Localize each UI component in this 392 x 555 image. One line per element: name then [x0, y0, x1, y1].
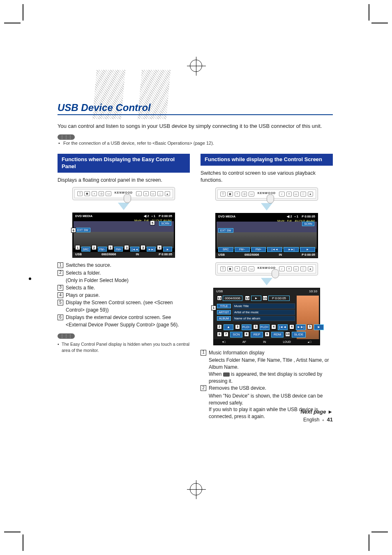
artist-value: Artist of the music — [233, 310, 295, 315]
r-item-1c: When is appeared, the text display is sc… — [209, 371, 333, 385]
album-value: Name of the album — [233, 316, 295, 321]
r-item-2a: Removes the USB device. — [209, 385, 266, 392]
usb-title: USB — [216, 289, 223, 293]
callout-2b: 3 — [108, 245, 113, 250]
music-info-block[interactable]: TITLEMusic Title ARTISTArtist of the mus… — [217, 303, 295, 321]
play-button[interactable]: ► — [314, 324, 324, 330]
scrn-button[interactable]: SCRN — [159, 221, 171, 226]
src-icon: □ — [157, 191, 163, 196]
scn-button[interactable]: SCN — [230, 332, 242, 338]
finger-touch-icon — [124, 194, 131, 203]
folder-minus-button[interactable]: FM− — [235, 247, 250, 252]
drawer-icon[interactable]: ▾□ — [222, 340, 226, 344]
usb-time: P 0:00:05 — [159, 252, 172, 257]
prev-button[interactable]: |◄◄ — [130, 247, 139, 252]
top-bar-mock-right: ▽ ◼ + ◎ ▭ KENWOOD ♪ ≡ ▭ □ ▲ — [215, 187, 318, 201]
item-2-sub: (Only in Folder Select Mode) — [66, 277, 190, 284]
dvd-control-mock: DVD MEDIA ◀ 2 ▪ 1 P 0:00:05 Mode : Full … — [215, 213, 318, 258]
callout-10: 10 — [285, 332, 290, 337]
crop-mark — [369, 4, 369, 21]
callout-3b: 3 — [141, 245, 145, 250]
rep-button[interactable]: REP — [251, 332, 263, 338]
folder-plus-button[interactable]: FM+ — [114, 247, 123, 252]
slide-button[interactable]: SLIDE — [292, 332, 306, 338]
item-3: Selects a file. — [66, 284, 95, 291]
af-indicator: AF — [242, 340, 246, 343]
folder-plus-button[interactable]: FLD+ — [260, 324, 270, 330]
video-icon: ▭ — [150, 191, 156, 196]
crop-mark — [371, 532, 388, 532]
callout-11: 11 — [217, 296, 222, 301]
down-arrow-icon — [118, 203, 129, 210]
scrn-button[interactable]: SCRN — [302, 222, 314, 226]
next-button[interactable]: ►►| — [296, 324, 306, 330]
disc-icon: ◎ — [99, 191, 104, 196]
folder-minus-button[interactable]: FLD− — [242, 324, 251, 330]
callout-2: 2 — [217, 324, 222, 329]
scroll-icon — [223, 372, 230, 377]
play-button[interactable]: ► — [300, 247, 315, 252]
crop-mark — [23, 534, 23, 551]
ext-sw-button[interactable]: EXT SW — [218, 228, 233, 233]
usb-mode: IN — [279, 253, 282, 257]
title-underline — [58, 114, 333, 115]
control-screen-lead: Switches to control screen to use variou… — [201, 170, 333, 184]
callout-4: 4 — [271, 324, 276, 329]
eject-button[interactable]: ▲ — [224, 324, 233, 330]
registration-mark-icon — [190, 483, 202, 495]
item-6: Displays the external device control scr… — [66, 314, 190, 328]
down-arrow-icon — [261, 203, 272, 210]
audio-icon: ♪ — [136, 191, 141, 196]
in-indicator: IN — [263, 340, 266, 343]
disc-icon: ◎ — [242, 192, 247, 197]
num-3: 3 — [58, 285, 63, 291]
src-button[interactable]: SRC — [218, 247, 233, 252]
num-2: 2 — [201, 385, 206, 391]
finger-touch-icon — [267, 194, 274, 204]
eq-icon: ≡ — [286, 266, 292, 271]
page-title: USB Device Control — [58, 102, 151, 113]
play-button[interactable]: ► — [163, 247, 172, 252]
eq-icon: ≡ — [143, 191, 149, 196]
next-button[interactable]: ►►| — [284, 247, 299, 252]
callout-8: 8 — [244, 332, 249, 337]
nav-icon: ▽ — [220, 266, 226, 271]
clock: 10:10 — [309, 289, 317, 293]
video-icon: ▭ — [293, 266, 299, 271]
usb-control-screen-mock: USB 10:10 11 0004/0006 12 ► 13 P 0:00:05 — [213, 288, 320, 345]
crop-mark — [369, 534, 369, 551]
intro-paragraph: You can control and listen to songs in y… — [58, 123, 333, 130]
src-button[interactable]: SRC — [81, 247, 90, 252]
item-4: Plays or pause. — [66, 292, 100, 299]
play-time: P 0:00:05 — [268, 296, 290, 301]
callout-6: 6 — [71, 228, 76, 233]
volume-icon: ◼ — [227, 266, 233, 271]
loud-indicator: LOUD — [283, 340, 291, 343]
audio-icon: ♪ — [279, 192, 284, 197]
crop-mark — [4, 23, 21, 23]
eject-icon: ▲ — [165, 191, 170, 196]
crop-mark — [371, 23, 388, 23]
prev-button[interactable]: |◄◄ — [278, 324, 288, 330]
folder-minus-button[interactable]: FM− — [98, 247, 107, 252]
play-time: P 0:00:05 — [159, 214, 172, 218]
drawer-up-icon[interactable]: ▴□ — [308, 340, 311, 344]
callout-5: 5 — [307, 324, 312, 329]
separator-dot-icon: ● — [321, 418, 325, 422]
rdm-button[interactable]: RDM — [271, 332, 284, 338]
ext-sw-button[interactable]: EXT SW — [75, 228, 90, 232]
top-bar-mock: ▽ ◼ + ◎ ▭ KENWOOD ♪ ≡ ▭ □ ▲ — [72, 187, 175, 200]
dvd-easy-control-mock: DVD MEDIA ◀ 2 ▪ 1 P 0:00:05 Mode : Full … — [72, 213, 175, 258]
easy-control-heading: Functions when Displaying the Easy Contr… — [58, 154, 190, 173]
eject-icon: ▲ — [308, 266, 313, 271]
callout-7: 7 — [224, 332, 228, 337]
folder-plus-button[interactable]: FM+ — [251, 247, 266, 252]
callout-6: 6 — [217, 332, 222, 337]
usb-label: USB — [218, 253, 225, 257]
eq-icon: ≡ — [286, 192, 292, 197]
next-button[interactable]: ►►| — [147, 247, 156, 252]
easy-control-footnote: The Easy Control Panel display is hidden… — [62, 342, 189, 353]
crop-mark — [4, 532, 21, 532]
prev-button[interactable]: |◄◄ — [267, 247, 282, 252]
callout-4: 4 — [157, 245, 162, 250]
